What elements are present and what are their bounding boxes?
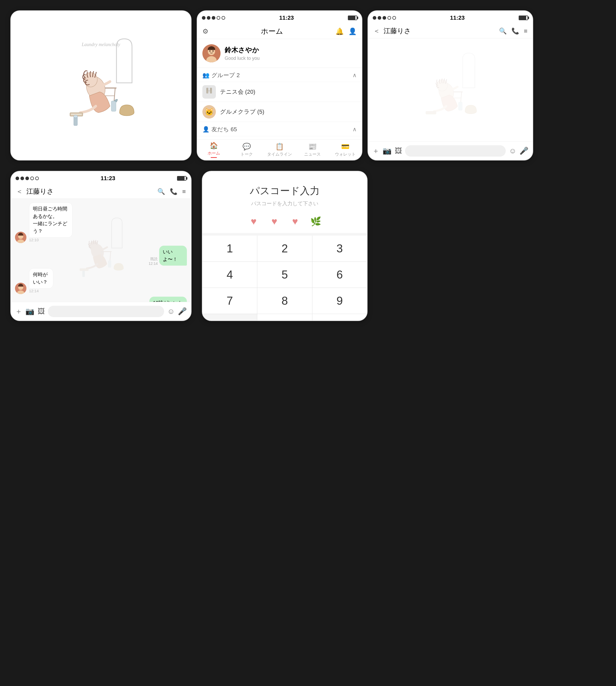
groups-section-header: 👥 グループ 2 ∧ bbox=[197, 68, 362, 82]
notification-icon[interactable]: 🔔 bbox=[335, 27, 344, 36]
svg-point-27 bbox=[203, 160, 215, 160]
gourmet-group-name: グルメクラブ (5) bbox=[220, 108, 264, 116]
key-5[interactable]: 5 bbox=[257, 262, 312, 288]
chat-input-bar: ＋ 📷 🖼 ☺ 🎤 bbox=[368, 141, 533, 160]
cm-image-icon[interactable]: 🖼 bbox=[38, 307, 45, 315]
nav-news-icon: 📰 bbox=[308, 142, 316, 151]
cm-search-icon[interactable]: 🔍 bbox=[157, 188, 165, 195]
nav-wallet[interactable]: 💳 ウォレット bbox=[329, 139, 362, 160]
cm-mic-icon[interactable]: 🎤 bbox=[178, 307, 187, 315]
illustration-title: Laundry melancholy bbox=[82, 42, 120, 47]
msg-bubble-4: 12時がいいかな。 bbox=[149, 297, 187, 302]
image-icon[interactable]: 🖼 bbox=[395, 147, 402, 155]
chat-search-icon[interactable]: 🔍 bbox=[499, 27, 507, 35]
dot2 bbox=[207, 16, 211, 20]
add-friend-icon[interactable]: 👤 bbox=[348, 27, 357, 36]
chat-header-icons: 🔍 📞 ≡ bbox=[499, 27, 527, 35]
dot5 bbox=[222, 16, 225, 20]
svg-rect-42 bbox=[459, 102, 462, 110]
key-1[interactable]: 1 bbox=[202, 236, 257, 262]
cm-input-bar: ＋ 📷 🖼 ☺ 🎤 bbox=[11, 302, 191, 320]
chat-call-icon[interactable]: 📞 bbox=[511, 27, 519, 35]
svg-rect-8 bbox=[111, 101, 116, 111]
nav-news[interactable]: 📰 ニュース bbox=[296, 139, 329, 160]
chat-menu-icon[interactable]: ≡ bbox=[524, 27, 527, 35]
list-item-gourmet[interactable]: 🐱 グルメクラブ (5) bbox=[197, 102, 362, 122]
nav-home[interactable]: 🏠 ホーム bbox=[197, 139, 230, 160]
cm-input-field[interactable] bbox=[48, 306, 164, 317]
read-label-2: 既読 bbox=[150, 257, 158, 262]
passcode-indicators: ♥ ♥ ♥ 🌿 bbox=[202, 215, 367, 228]
svg-rect-7 bbox=[71, 114, 82, 115]
chat-view-bg bbox=[368, 38, 533, 141]
gourmet-avatar: 🐱 bbox=[202, 105, 216, 118]
cm-call-icon[interactable]: 📞 bbox=[170, 188, 178, 195]
key-empty bbox=[202, 314, 257, 321]
msg-wrapper-4: 既読 12:16 12時がいいかな。 bbox=[129, 297, 187, 302]
emoji-icon[interactable]: ☺ bbox=[509, 147, 516, 155]
time-display: 11:23 bbox=[279, 15, 294, 21]
dot1 bbox=[202, 16, 205, 20]
indicator-4: 🌿 bbox=[309, 215, 322, 228]
friends-collapse-icon[interactable]: ∧ bbox=[353, 126, 357, 133]
svg-rect-41 bbox=[426, 111, 436, 114]
key-delete[interactable]: ⌫ bbox=[312, 314, 367, 321]
home-title: ホーム bbox=[261, 26, 283, 36]
cm-header: ＜ 江藤りさ 🔍 📞 ≡ bbox=[11, 184, 191, 199]
nav-talk-icon: 💬 bbox=[243, 142, 251, 151]
nav-timeline[interactable]: 📋 タイムライン bbox=[263, 139, 296, 160]
panel-passcode: パスコード入力 パスコードを入力して下さい ♥ ♥ ♥ 🌿 1 2 3 4 5 … bbox=[202, 171, 368, 321]
msg-avatar-1 bbox=[15, 232, 26, 243]
key-8[interactable]: 8 bbox=[257, 288, 312, 314]
key-3[interactable]: 3 bbox=[312, 236, 367, 262]
list-item-tennis[interactable]: テニス会 (20) bbox=[197, 82, 362, 102]
nav-talk[interactable]: 💬 トーク bbox=[230, 139, 263, 160]
status-bar: 11:23 bbox=[197, 11, 362, 24]
msg-row-3: 何時がいい？ 12:14 bbox=[15, 268, 187, 294]
groups-collapse-icon[interactable]: ∧ bbox=[353, 72, 357, 79]
tennis-avatar bbox=[202, 85, 216, 98]
header-icons: 🔔 👤 bbox=[335, 27, 357, 36]
chat-view-header: ＜ 江藤りさ 🔍 📞 ≡ bbox=[368, 24, 533, 38]
settings-icon[interactable]: ⚙ bbox=[202, 27, 208, 36]
msg-bubble-3: 何時がいい？ bbox=[29, 268, 53, 289]
chat-input-field[interactable] bbox=[405, 145, 506, 157]
mic-icon[interactable]: 🎤 bbox=[520, 147, 529, 155]
msg-bubble-2: いいよ〜！ bbox=[159, 246, 187, 266]
key-2[interactable]: 2 bbox=[257, 236, 312, 262]
panel-home: 11:23 ⚙ ホーム 🔔 👤 bbox=[197, 10, 362, 160]
msg-time-3: 12:14 bbox=[29, 289, 39, 293]
friends-icon: 👤 bbox=[202, 126, 210, 133]
battery-fill bbox=[348, 16, 355, 20]
nav-timeline-icon: 📋 bbox=[276, 142, 284, 151]
nav-wallet-icon: 💳 bbox=[341, 142, 349, 151]
msg-time-2: 12:14 bbox=[149, 262, 158, 266]
nav-talk-label: トーク bbox=[240, 152, 253, 157]
back-button[interactable]: ＜ bbox=[373, 26, 380, 36]
cm-menu-icon[interactable]: ≡ bbox=[182, 188, 186, 195]
msg-row-1: 明日昼ごろ時間あるかな。 一緒にランチどう？ 12:10 bbox=[15, 202, 187, 243]
chat-view-status-bar: 11:23 bbox=[368, 11, 533, 24]
camera-icon[interactable]: 📷 bbox=[382, 147, 392, 155]
key-0[interactable]: 0 bbox=[257, 314, 312, 321]
groups-icon: 👥 bbox=[202, 72, 210, 79]
msg-wrapper-3: 何時がいい？ 12:14 bbox=[29, 268, 66, 294]
svg-rect-17 bbox=[206, 88, 208, 93]
key-6[interactable]: 6 bbox=[312, 262, 367, 288]
key-7[interactable]: 7 bbox=[202, 288, 257, 314]
tennis-group-name: テニス会 (20) bbox=[220, 88, 255, 96]
signal-dots bbox=[202, 16, 225, 20]
cm-back-button[interactable]: ＜ bbox=[16, 187, 23, 196]
plus-icon[interactable]: ＋ bbox=[372, 146, 379, 156]
avatar-image bbox=[202, 44, 221, 62]
profile-info: 鈴木さやか Good luck to you bbox=[225, 46, 260, 61]
key-9[interactable]: 9 bbox=[312, 288, 367, 314]
nav-wallet-label: ウォレット bbox=[335, 152, 356, 157]
cm-contact-name: 江藤りさ bbox=[26, 187, 154, 196]
key-4[interactable]: 4 bbox=[202, 262, 257, 288]
profile-section[interactable]: 鈴木さやか Good luck to you bbox=[197, 39, 362, 68]
indicator-2: ♥ bbox=[268, 215, 281, 228]
cm-plus-icon[interactable]: ＋ bbox=[15, 307, 22, 316]
cm-camera-icon[interactable]: 📷 bbox=[25, 307, 35, 315]
cm-emoji-icon[interactable]: ☺ bbox=[167, 307, 175, 315]
